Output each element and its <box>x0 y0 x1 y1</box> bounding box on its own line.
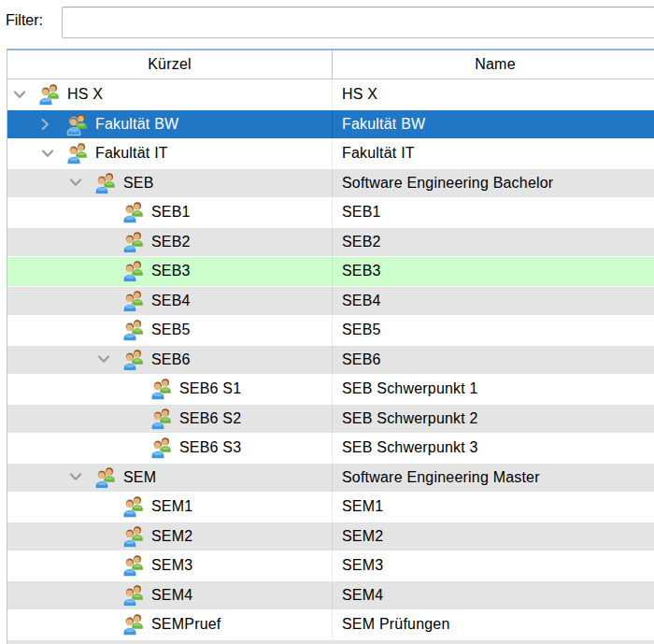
tree-row-seb[interactable]: SEB Software Engineering Bachelor <box>7 168 654 198</box>
kuerzel-cell: SEB2 <box>7 228 333 257</box>
tree-indent <box>7 389 125 390</box>
kuerzel-cell: SEB1 <box>7 198 333 227</box>
empty-partial-row <box>7 639 654 644</box>
name-cell: SEB Schwerpunkt 3 <box>333 434 654 463</box>
name-label: HS X <box>342 87 377 102</box>
name-label: SEM3 <box>342 558 383 573</box>
name-label: SEB1 <box>342 205 381 220</box>
kuerzel-label: SEB <box>123 176 154 191</box>
kuerzel-cell: Fakultät IT <box>7 139 333 168</box>
no-expander <box>125 434 149 463</box>
filter-bar: Filter: <box>0 0 654 45</box>
name-cell: SEB5 <box>333 316 654 345</box>
group-icon <box>37 82 62 107</box>
name-label: SEM1 <box>342 499 383 514</box>
group-icon <box>121 494 146 519</box>
chevron-right-icon[interactable] <box>41 110 65 139</box>
tree-indent <box>7 241 97 242</box>
tree-indent <box>7 182 69 183</box>
kuerzel-cell: SEM1 <box>7 493 333 522</box>
name-label: SEB3 <box>342 264 381 279</box>
group-icon <box>93 465 118 490</box>
tree-row-seb2[interactable]: SEB2 SEB2 <box>7 227 654 257</box>
tree-row-fakultät-it[interactable]: Fakultät IT Fakultät IT <box>7 138 654 168</box>
no-expander <box>125 375 149 404</box>
tree-row-sem3[interactable]: SEM3 SEM3 <box>7 551 654 580</box>
group-icon <box>149 377 174 401</box>
name-label: SEB2 <box>342 235 381 250</box>
name-label: SEB Schwerpunkt 2 <box>342 411 478 426</box>
tree-indent <box>7 507 97 508</box>
kuerzel-cell: SEB3 <box>7 257 333 286</box>
kuerzel-label: SEB4 <box>151 293 191 308</box>
filter-input[interactable] <box>62 7 654 38</box>
column-header-kuerzel[interactable]: Kürzel <box>7 50 333 79</box>
group-icon <box>121 553 146 578</box>
tree-row-seb6[interactable]: SEB6 SEB6 <box>7 345 654 375</box>
table-body: HS X HS X <box>7 79 654 644</box>
tree-indent <box>7 565 97 566</box>
name-label: Fakultät BW <box>342 117 425 132</box>
name-cell: SEB2 <box>333 228 654 257</box>
kuerzel-cell: SEB4 <box>7 287 333 316</box>
tree-row-seb6-s1[interactable]: SEB6 S1 SEB Schwerpunkt 1 <box>7 374 654 404</box>
group-icon <box>121 318 146 342</box>
name-cell: Fakultät IT <box>333 139 654 168</box>
tree-row-seb5[interactable]: SEB5 SEB5 <box>7 315 654 345</box>
kuerzel-cell: SEB <box>7 169 333 198</box>
group-icon <box>121 259 146 283</box>
no-expander <box>97 610 121 639</box>
name-cell: HS X <box>333 80 654 109</box>
group-icon <box>121 200 146 224</box>
tree-row-seb6-s3[interactable]: SEB6 S3 SEB Schwerpunkt 3 <box>7 433 654 463</box>
tree-row-sem4[interactable]: SEM4 SEM4 <box>7 580 654 610</box>
kuerzel-cell: SEB6 S2 <box>7 405 333 434</box>
filter-label: Filter: <box>6 12 43 29</box>
column-header-name[interactable]: Name <box>333 50 654 79</box>
name-cell: SEB1 <box>333 198 654 227</box>
group-icon <box>121 230 146 254</box>
name-label: SEM2 <box>342 529 383 544</box>
tree-indent <box>7 212 97 213</box>
kuerzel-label: SEB6 S2 <box>179 411 241 426</box>
name-cell: SEM1 <box>333 493 654 522</box>
kuerzel-cell: SEM2 <box>7 522 333 551</box>
tree-row-sem2[interactable]: SEM2 SEM2 <box>7 522 654 551</box>
chevron-down-icon[interactable] <box>97 346 121 375</box>
no-expander <box>97 228 121 257</box>
tree-row-seb6-s2[interactable]: SEB6 S2 SEB Schwerpunkt 2 <box>7 404 654 434</box>
no-expander <box>97 493 121 522</box>
group-icon <box>149 436 174 460</box>
name-label: SEB Schwerpunkt 1 <box>342 381 478 396</box>
group-icon <box>65 141 90 165</box>
chevron-down-icon[interactable] <box>41 139 65 168</box>
chevron-down-icon[interactable] <box>69 169 93 198</box>
tree-row-seb1[interactable]: SEB1 SEB1 <box>7 197 654 227</box>
tree-row-seb3[interactable]: SEB3 SEB3 <box>7 256 654 286</box>
tree-row-fakultät-bw[interactable]: Fakultät BW Fakultät BW <box>7 109 654 139</box>
tree-row-hs-x[interactable]: HS X HS X <box>7 79 654 109</box>
chevron-down-icon[interactable] <box>69 464 93 493</box>
tree-row-sem1[interactable]: SEM1 SEM1 <box>7 492 654 522</box>
tree-indent <box>7 300 97 301</box>
kuerzel-label: SEM2 <box>151 529 192 544</box>
tree-indent <box>7 536 97 537</box>
tree-indent <box>7 123 41 124</box>
name-cell: SEB3 <box>333 257 654 286</box>
kuerzel-label: SEM1 <box>151 499 192 514</box>
no-expander <box>97 316 121 345</box>
name-label: Software Engineering Master <box>342 470 540 485</box>
no-expander <box>97 257 121 286</box>
no-expander <box>97 551 121 580</box>
tree-indent <box>7 448 125 449</box>
name-cell: Software Engineering Bachelor <box>333 169 654 198</box>
name-label: SEM Prüfungen <box>342 617 450 632</box>
tree-row-sempruef[interactable]: SEMPruef SEM Prüfungen <box>7 609 654 639</box>
tree-row-seb4[interactable]: SEB4 SEB4 <box>7 286 654 316</box>
group-icon <box>121 583 146 608</box>
tree-indent <box>7 359 97 360</box>
tree-row-sem[interactable]: SEM Software Engineering Master <box>7 463 654 493</box>
chevron-down-icon[interactable] <box>13 80 37 109</box>
kuerzel-cell: SEB6 S1 <box>7 375 333 404</box>
group-icon <box>121 612 146 637</box>
